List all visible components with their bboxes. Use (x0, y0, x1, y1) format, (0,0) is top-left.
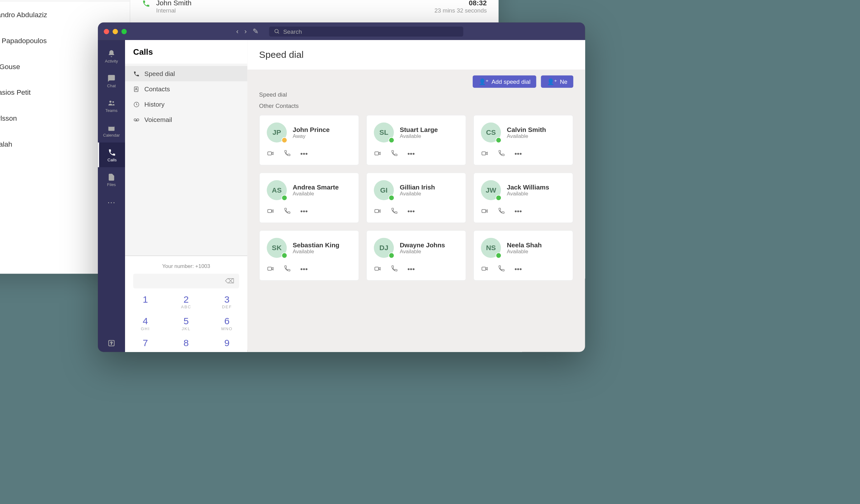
nav-more-icon[interactable]: ⋯ (107, 198, 115, 207)
avatar: SK (267, 238, 287, 258)
new-button[interactable]: 👤⁺Ne (541, 75, 573, 88)
video-icon[interactable] (481, 265, 488, 273)
number-input[interactable]: ⌫ (133, 274, 239, 288)
section-other: Other Contacts (247, 99, 585, 110)
contact-name: Alessandro Abdulaziz (0, 11, 47, 19)
nav-chat[interactable]: Chat (98, 69, 125, 93)
svg-point-34 (134, 118, 136, 121)
contact-name: en Karlsson (0, 114, 17, 122)
more-icon[interactable]: ••• (407, 149, 415, 158)
speed-dial-card[interactable]: ASAndrea SmarteAvailable••• (259, 173, 359, 223)
video-icon[interactable] (267, 265, 274, 273)
svg-point-23 (275, 29, 278, 33)
calls-nav-voicemail[interactable]: Voicemail (125, 112, 247, 127)
dialer: Your number: +1003 ⌫ 12ABC3DEF4GHI5JKL6M… (125, 256, 247, 352)
dial-key[interactable]: 2ABC (166, 291, 206, 313)
svg-point-35 (137, 118, 139, 121)
calls-nav-contacts[interactable]: Contacts (125, 81, 247, 97)
phone-icon[interactable] (498, 207, 505, 215)
phone-icon[interactable] (284, 265, 291, 273)
status-dot (496, 253, 501, 259)
nav-help-icon[interactable]: ? (107, 339, 115, 347)
phone-icon[interactable] (498, 149, 505, 158)
contact-name: Sebastian King (292, 241, 340, 248)
dial-key[interactable]: 1 (125, 291, 166, 313)
contact-name: Amine Papadopoulos (0, 37, 47, 45)
nav-calls[interactable]: Calls (98, 143, 125, 167)
svg-rect-38 (375, 152, 378, 155)
phone-icon[interactable] (498, 265, 505, 273)
nav-teams[interactable]: Teams (98, 93, 125, 118)
video-icon[interactable] (267, 149, 274, 158)
video-icon[interactable] (481, 207, 488, 215)
dial-key[interactable]: 4GHI (125, 313, 166, 334)
dial-key[interactable]: 7 (125, 334, 166, 352)
phone-icon[interactable] (284, 207, 291, 215)
maximize-icon[interactable] (121, 29, 127, 34)
nav-arrows[interactable]: ‹›✎ (236, 27, 259, 35)
speed-dial-card[interactable]: GIGillian IrishAvailable••• (366, 173, 466, 223)
speed-dial-card[interactable]: DJDwayne JohnsAvailable••• (366, 230, 466, 281)
status-dot (389, 137, 395, 143)
phone-icon[interactable] (284, 149, 291, 158)
status-dot (389, 195, 395, 201)
more-icon[interactable]: ••• (407, 265, 415, 273)
backspace-icon[interactable]: ⌫ (225, 277, 234, 285)
svg-line-24 (277, 32, 279, 33)
more-icon[interactable]: ••• (515, 149, 522, 158)
dial-key[interactable]: 5JKL (166, 313, 206, 334)
call-name: John Smith (156, 0, 429, 7)
dial-key[interactable]: 9 (206, 334, 247, 352)
contact-name: Calvin Smith (507, 126, 546, 133)
more-icon[interactable]: ••• (300, 207, 308, 215)
add-speed-dial-button[interactable]: 👤⁺Add speed dial (473, 75, 536, 88)
calls-nav-history[interactable]: History (125, 97, 247, 112)
dial-key[interactable]: 8 (166, 334, 206, 352)
add-person-icon: 👤⁺ (547, 78, 557, 85)
more-icon[interactable]: ••• (515, 265, 522, 273)
speed-dial-card[interactable]: SLStuart LargeAvailable••• (366, 115, 466, 165)
video-icon[interactable] (374, 265, 382, 273)
video-icon[interactable] (374, 207, 382, 215)
nav-activity[interactable]: Activity (98, 44, 125, 69)
svg-rect-41 (375, 210, 378, 213)
teams-search-input[interactable]: Search (269, 26, 463, 36)
speed-dial-card[interactable]: CSCalvin SmithAvailable••• (473, 115, 573, 165)
phone-icon[interactable] (391, 265, 398, 273)
edit-icon: ✎ (253, 27, 259, 35)
calls-title: Calls (125, 40, 247, 63)
video-icon[interactable] (267, 207, 274, 215)
history-row[interactable]: John SmithInternal08:3223 mins 32 second… (130, 0, 499, 18)
calls-column: Calls Speed dial Contacts History Voicem… (125, 40, 247, 352)
more-icon[interactable]: ••• (300, 265, 308, 273)
svg-rect-43 (268, 267, 271, 270)
speed-dial-card[interactable]: JWJack WilliamsAvailable••• (473, 173, 573, 223)
more-icon[interactable]: ••• (515, 207, 522, 215)
phone-icon[interactable] (391, 149, 398, 158)
section-speed-dial: Speed dial (247, 88, 585, 99)
svg-rect-39 (482, 152, 486, 155)
calls-nav-speed-dial[interactable]: Speed dial (125, 66, 247, 81)
nav-files[interactable]: Files (98, 167, 125, 192)
speed-dial-card[interactable]: JPJohn PrinceAway••• (259, 115, 359, 165)
phone-icon[interactable] (391, 207, 398, 215)
more-icon[interactable]: ••• (300, 149, 308, 158)
speed-dial-area: Speed dial 👤⁺Add speed dial 👤⁺Ne Speed d… (247, 40, 585, 352)
svg-point-26 (112, 101, 114, 103)
speed-dial-card[interactable]: NSNeela ShahAvailable••• (473, 230, 573, 281)
contact-name: Anika Gouse (0, 62, 20, 71)
more-icon[interactable]: ••• (407, 207, 415, 215)
avatar: SL (374, 123, 394, 143)
status-text: Available (292, 191, 339, 197)
video-icon[interactable] (374, 149, 382, 158)
nav-calendar[interactable]: Calendar (98, 118, 125, 143)
your-number: Your number: +1003 (125, 261, 247, 271)
avatar: GI (374, 180, 394, 200)
video-icon[interactable] (481, 149, 488, 158)
minimize-icon[interactable] (113, 29, 118, 34)
call-sub: Internal (156, 7, 429, 14)
dial-key[interactable]: 3DEF (206, 291, 247, 313)
close-icon[interactable] (104, 29, 109, 34)
speed-dial-card[interactable]: SKSebastian KingAvailable••• (259, 230, 359, 281)
dial-key[interactable]: 6MNO (206, 313, 247, 334)
